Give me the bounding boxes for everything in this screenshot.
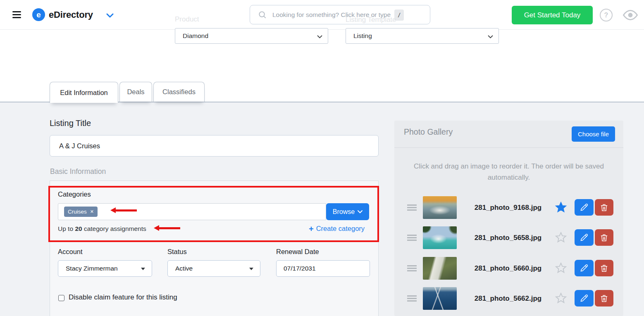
categories-input[interactable]: Cruises ✕ — [58, 203, 326, 220]
listing-title-label: Listing Title — [50, 119, 91, 128]
star-toggle-icon[interactable] — [555, 231, 567, 245]
tab-classifieds[interactable]: Classifieds — [153, 82, 205, 102]
global-search-box[interactable]: / — [250, 5, 430, 24]
create-category-link[interactable]: + Create category — [309, 225, 365, 233]
edit-photo-button[interactable] — [575, 199, 594, 216]
photo-thumbnail — [423, 287, 457, 310]
drag-handle-icon[interactable] — [407, 204, 417, 211]
delete-photo-button[interactable] — [595, 229, 613, 246]
photo-filename: 281_photo_5662.jpg — [456, 287, 560, 310]
photo-thumbnail — [423, 257, 457, 280]
trash-icon — [599, 233, 609, 242]
caret-down-icon — [249, 268, 253, 270]
tab-edit-information[interactable]: Edit Information — [50, 82, 118, 103]
app-root: Product Listing Template Diamond Listing… — [0, 0, 644, 316]
hamburger-menu-icon[interactable] — [12, 11, 21, 18]
edit-photo-button[interactable] — [575, 229, 594, 246]
photo-filename: 281_photo_5658.jpg — [456, 226, 560, 249]
help-icon[interactable]: ? — [600, 9, 613, 21]
edit-photo-button[interactable] — [575, 290, 594, 306]
trash-icon — [599, 203, 609, 212]
photo-row: 281_photo_5660.jpg — [394, 257, 623, 280]
photo-row: 281_photo_9168.jpg — [394, 196, 623, 219]
category-tag-close-icon[interactable]: ✕ — [90, 209, 94, 214]
eye-preview-icon[interactable] — [623, 10, 638, 22]
status-label: Status — [167, 248, 187, 256]
pencil-icon — [579, 293, 589, 303]
photo-row: 281_photo_5662.jpg — [394, 287, 623, 310]
category-limit-text: Up to 20 category assignments — [58, 225, 146, 233]
delete-photo-button[interactable] — [595, 260, 613, 276]
product-select-value: Diamond — [183, 32, 208, 40]
account-select[interactable]: Stacy Zimmerman — [58, 260, 152, 277]
star-toggle-icon[interactable] — [555, 292, 567, 306]
listing-template-select-value: Listing — [353, 32, 372, 40]
status-select-value: Active — [175, 265, 193, 272]
edit-photo-button[interactable] — [575, 260, 594, 276]
product-label: Product — [175, 15, 199, 24]
account-label: Account — [58, 248, 83, 256]
listing-template-select[interactable]: Listing — [346, 28, 499, 44]
listing-template-label: Listing Template — [346, 16, 396, 24]
annotation-arrow-1 — [113, 209, 137, 211]
photo-gallery-panel: Photo Gallery Choose file Click and drag… — [394, 121, 623, 316]
chevron-down-icon — [317, 35, 322, 38]
category-tag-label: Cruises — [68, 209, 87, 215]
listing-title-input[interactable] — [50, 135, 379, 157]
account-select-value: Stacy Zimmerman — [66, 265, 118, 272]
disable-claim-checkbox[interactable] — [58, 295, 64, 301]
drag-handle-icon[interactable] — [407, 235, 417, 241]
chevron-down-icon — [488, 35, 493, 38]
brand-name: eDirectory — [49, 10, 93, 20]
photo-thumbnail — [423, 196, 457, 219]
basic-information-heading: Basic Information — [50, 167, 106, 176]
categories-label: Categories — [58, 190, 91, 198]
drag-handle-icon[interactable] — [407, 265, 417, 271]
product-select[interactable]: Diamond — [175, 28, 328, 44]
chevron-down-icon — [358, 210, 363, 214]
browse-categories-button[interactable]: Browse — [326, 203, 369, 220]
photo-row: 281_photo_5658.jpg — [394, 226, 623, 249]
delete-photo-button[interactable] — [595, 199, 613, 216]
choose-file-button[interactable]: Choose file — [572, 126, 615, 142]
photo-filename: 281_photo_5660.jpg — [456, 257, 560, 280]
tab-deals[interactable]: Deals — [119, 82, 152, 102]
annotation-arrow-2 — [156, 227, 180, 229]
photo-gallery-title: Photo Gallery — [404, 127, 453, 137]
top-header: e eDirectory / Get Started Today ? — [0, 0, 644, 30]
status-select[interactable]: Active — [167, 260, 260, 277]
renewal-date-label: Renewal Date — [276, 248, 319, 256]
pencil-icon — [579, 233, 589, 242]
caret-down-icon — [141, 268, 145, 270]
plus-icon: + — [309, 226, 314, 232]
gallery-divider — [394, 147, 623, 148]
gallery-hint-text: Click and drag an image to reorder it. T… — [414, 161, 604, 183]
category-tag: Cruises ✕ — [64, 207, 98, 217]
delete-photo-button[interactable] — [595, 290, 613, 306]
brand-logo[interactable]: e eDirectory — [32, 8, 93, 21]
renewal-date-input[interactable] — [276, 260, 370, 277]
star-toggle-icon[interactable] — [555, 262, 567, 276]
drag-handle-icon[interactable] — [407, 295, 417, 302]
photo-thumbnail — [423, 226, 457, 249]
photo-filename: 281_photo_9168.jpg — [456, 196, 560, 219]
disable-claim-label: Disable claim feature for this listing — [69, 293, 177, 302]
get-started-button[interactable]: Get Started Today — [512, 6, 593, 24]
search-icon — [258, 10, 267, 20]
star-toggle-icon[interactable] — [555, 201, 567, 215]
pencil-icon — [579, 202, 589, 212]
brand-chevron-down-icon[interactable] — [106, 12, 114, 20]
brand-logo-icon: e — [32, 8, 45, 21]
trash-icon — [599, 264, 609, 273]
pencil-icon — [579, 263, 589, 273]
trash-icon — [599, 294, 609, 303]
